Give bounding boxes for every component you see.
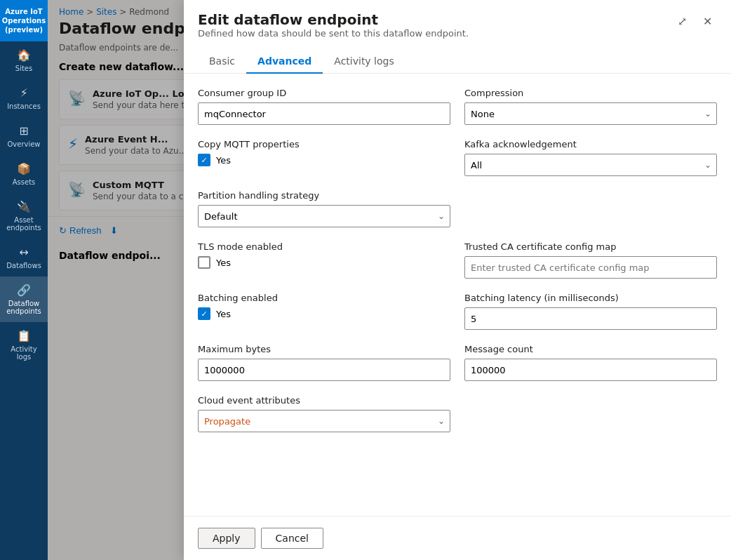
dataflow-endpoints-icon: 🔗 <box>17 284 31 297</box>
tab-advanced[interactable]: Advanced <box>246 50 323 74</box>
batching-enabled-group: Batching enabled ✓ Yes <box>198 293 450 330</box>
compression-select-wrapper: None GZip Snappy LZ4 ⌄ <box>464 102 717 125</box>
sidebar-item-label: Asset endpoints <box>3 216 45 232</box>
assets-icon: 📦 <box>17 162 31 175</box>
partition-strategy-select[interactable]: Default Static Topic <box>198 205 450 227</box>
sidebar-item-label: Overview <box>7 140 40 148</box>
kafka-ack-group: Kafka acknowledgement All One None ⌄ <box>464 139 717 176</box>
form-row-5: Batching enabled ✓ Yes Batching latency … <box>198 293 717 330</box>
tab-bar: Basic Advanced Activity logs <box>198 50 717 73</box>
copy-mqtt-checkbox-group: ✓ Yes <box>198 154 450 166</box>
compression-label: Compression <box>464 88 717 98</box>
consumer-group-id-label: Consumer group ID <box>198 88 450 98</box>
maximum-bytes-input[interactable] <box>198 359 450 381</box>
sidebar-item-dataflows[interactable]: ↔ Dataflows <box>0 239 48 276</box>
kafka-ack-select-wrapper: All One None ⌄ <box>464 154 717 176</box>
sidebar-item-label: Activity logs <box>3 345 45 361</box>
sidebar-item-label: Dataflows <box>6 262 41 269</box>
batching-enabled-checkbox-label: Yes <box>216 309 231 319</box>
sidebar-item-label: Sites <box>15 65 32 72</box>
trusted-ca-cert-label: Trusted CA certificate config map <box>464 241 717 252</box>
sidebar-item-label: Dataflow endpoints <box>3 300 45 315</box>
partition-strategy-label: Partition handling strategy <box>198 190 450 201</box>
panel-title: Edit dataflow endpoint <box>198 11 469 28</box>
message-count-label: Message count <box>464 344 717 354</box>
sidebar-item-sites[interactable]: 🏠 Sites <box>0 41 48 79</box>
sidebar-item-activity-logs[interactable]: 📋 Activity logs <box>0 322 48 368</box>
app-title: Azure IoT Operations (preview) <box>0 0 48 41</box>
asset-endpoints-icon: 🔌 <box>17 200 31 213</box>
compression-group: Compression None GZip Snappy LZ4 ⌄ <box>464 88 717 125</box>
message-count-group: Message count <box>464 344 717 381</box>
spacer-group <box>464 190 717 227</box>
instances-icon: ⚡ <box>20 86 27 100</box>
dataflows-icon: ↔ <box>19 246 28 259</box>
batching-enabled-checkbox[interactable]: ✓ <box>198 307 210 320</box>
form-row-1: Consumer group ID Compression None GZip … <box>198 88 717 125</box>
edit-panel: Edit dataflow endpoint Defined how data … <box>184 0 731 560</box>
copy-mqtt-group: Copy MQTT properties ✓ Yes <box>198 139 450 176</box>
partition-strategy-group: Partition handling strategy Default Stat… <box>198 190 450 227</box>
form-row-2: Copy MQTT properties ✓ Yes Kafka acknowl… <box>198 139 717 176</box>
form-row-3: Partition handling strategy Default Stat… <box>198 190 717 227</box>
batching-latency-input[interactable] <box>464 307 717 330</box>
modal-overlay: Edit dataflow endpoint Defined how data … <box>48 0 731 560</box>
cloud-event-attributes-group: Cloud event attributes Propagate CreateO… <box>198 395 450 432</box>
maximum-bytes-group: Maximum bytes <box>198 344 450 381</box>
trusted-ca-cert-group: Trusted CA certificate config map <box>464 241 717 279</box>
panel-subtitle: Defined how data should be sent to this … <box>198 28 469 39</box>
trusted-ca-cert-input[interactable] <box>464 256 717 279</box>
tab-basic[interactable]: Basic <box>198 50 246 74</box>
apply-button[interactable]: Apply <box>198 528 255 549</box>
close-button[interactable]: ✕ <box>697 11 717 31</box>
sidebar-item-overview[interactable]: ⊞ Overview <box>0 117 48 155</box>
form-row-7: Cloud event attributes Propagate CreateO… <box>198 395 717 432</box>
form-row-6: Maximum bytes Message count <box>198 344 717 381</box>
tls-mode-checkbox-label: Yes <box>216 258 231 268</box>
overview-icon: ⊞ <box>19 124 28 138</box>
partition-strategy-select-wrapper: Default Static Topic ⌄ <box>198 205 450 227</box>
sites-icon: 🏠 <box>17 48 31 62</box>
cancel-button[interactable]: Cancel <box>261 528 323 549</box>
sidebar-item-dataflow-endpoints[interactable]: 🔗 Dataflow endpoints <box>0 276 48 322</box>
sidebar-item-assets[interactable]: 📦 Assets <box>0 155 48 193</box>
copy-mqtt-checkbox[interactable]: ✓ <box>198 154 210 166</box>
message-count-input[interactable] <box>464 359 717 381</box>
sidebar-item-label: Assets <box>13 178 36 186</box>
sidebar-item-asset-endpoints[interactable]: 🔌 Asset endpoints <box>0 193 48 239</box>
panel-body: Consumer group ID Compression None GZip … <box>184 74 731 516</box>
copy-mqtt-label: Copy MQTT properties <box>198 139 450 149</box>
compression-select[interactable]: None GZip Snappy LZ4 <box>464 102 717 125</box>
close-icon: ✕ <box>703 15 712 28</box>
batching-latency-group: Batching latency (in milliseconds) <box>464 293 717 330</box>
expand-icon: ⤢ <box>678 15 687 28</box>
kafka-ack-select[interactable]: All One None <box>464 154 717 176</box>
panel-header: Edit dataflow endpoint Defined how data … <box>184 0 731 74</box>
main-content: Home > Sites > Redmond Dataflow endpoint… <box>48 0 731 560</box>
tls-mode-group: TLS mode enabled Yes <box>198 241 450 279</box>
cloud-event-attributes-label: Cloud event attributes <box>198 395 450 406</box>
cloud-event-attributes-select[interactable]: Propagate CreateOrRemap None <box>198 410 450 432</box>
checkmark-icon: ✓ <box>201 309 207 319</box>
form-row-4: TLS mode enabled Yes Trusted CA certific… <box>198 241 717 279</box>
cloud-event-attributes-select-wrapper: Propagate CreateOrRemap None ⌄ <box>198 410 450 432</box>
activity-logs-icon: 📋 <box>17 329 31 342</box>
copy-mqtt-checkbox-label: Yes <box>216 155 231 166</box>
sidebar-item-instances[interactable]: ⚡ Instances <box>0 79 48 117</box>
consumer-group-id-input[interactable] <box>198 102 450 125</box>
batching-enabled-checkbox-group: ✓ Yes <box>198 307 450 320</box>
panel-actions: ⤢ ✕ <box>672 11 717 31</box>
batching-enabled-label: Batching enabled <box>198 293 450 303</box>
sidebar: Azure IoT Operations (preview) 🏠 Sites ⚡… <box>0 0 48 560</box>
panel-footer: Apply Cancel <box>184 516 731 560</box>
tls-mode-label: TLS mode enabled <box>198 241 450 252</box>
kafka-ack-label: Kafka acknowledgement <box>464 139 717 149</box>
maximum-bytes-label: Maximum bytes <box>198 344 450 354</box>
tls-mode-checkbox-group: Yes <box>198 256 450 269</box>
checkmark-icon: ✓ <box>201 156 207 165</box>
sidebar-item-label: Instances <box>7 102 41 110</box>
consumer-group-id-group: Consumer group ID <box>198 88 450 125</box>
tls-mode-checkbox[interactable] <box>198 256 210 269</box>
tab-activity-logs[interactable]: Activity logs <box>323 50 405 74</box>
expand-button[interactable]: ⤢ <box>672 11 692 31</box>
